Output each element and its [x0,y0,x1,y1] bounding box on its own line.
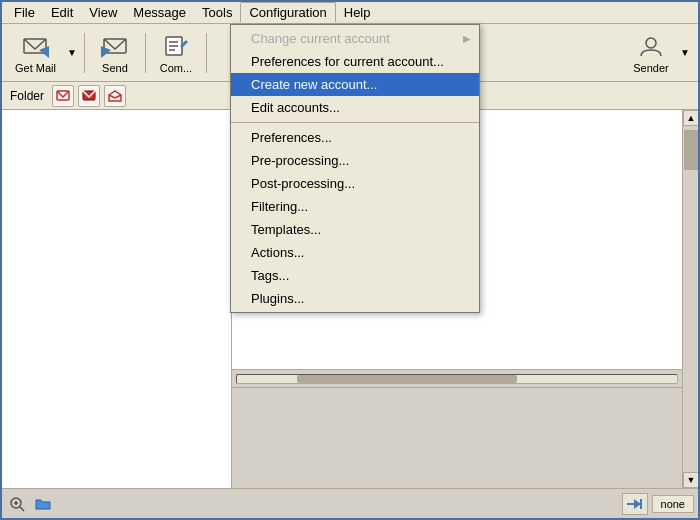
menu-item-preferences[interactable]: Preferences... [231,126,479,149]
toolbar-sep-3 [206,33,207,73]
menu-item-plugins[interactable]: Plugins... [231,287,479,310]
get-mail-button[interactable]: Get Mail [8,28,63,78]
sender-label: Sender [633,62,668,74]
bottom-toolbar: none [2,488,698,518]
menu-item-tags[interactable]: Tags... [231,264,479,287]
folder-tree [2,110,231,488]
vertical-scrollbar[interactable]: ▲ ▼ [682,110,698,488]
none-badge[interactable]: none [652,495,694,513]
envelope-open-button[interactable] [104,85,126,107]
sender-dropdown[interactable]: ▼ [678,28,692,78]
sender-icon [637,32,665,60]
toolbar-sep-2 [145,33,146,73]
get-mail-icon [21,32,49,60]
menu-configuration[interactable]: Configuration [240,2,335,23]
menu-file[interactable]: File [6,3,43,22]
menu-item-templates[interactable]: Templates... [231,218,479,241]
scroll-thumb[interactable] [684,130,698,170]
submenu-arrow-icon: ▶ [463,33,471,44]
svg-line-13 [20,507,24,511]
svg-marker-1 [39,46,49,58]
menu-help[interactable]: Help [336,3,379,22]
menu-item-prefs-current[interactable]: Preferences for current account... [231,50,479,73]
scroll-up-button[interactable]: ▲ [683,110,698,126]
menubar: File Edit View Message Tools Configurati… [2,2,698,24]
svg-point-9 [646,38,656,48]
message-preview [232,388,682,488]
bottom-right-controls: none [622,493,694,515]
scroll-down-button[interactable]: ▼ [683,472,698,488]
menu-edit[interactable]: Edit [43,3,81,22]
send-button[interactable]: Send [90,28,140,78]
main-window: File Edit View Message Tools Configurati… [0,0,700,520]
menu-message[interactable]: Message [125,3,194,22]
menu-item-edit-accounts[interactable]: Edit accounts... [231,96,479,119]
menu-item-filtering[interactable]: Filtering... [231,195,479,218]
configuration-menu[interactable]: Change current account ▶ Preferences for… [230,24,480,313]
svg-marker-3 [101,46,111,58]
menu-tools[interactable]: Tools [194,3,240,22]
menu-item-create-account[interactable]: Create new account... [231,73,479,96]
compose-icon [162,32,190,60]
menu-item-post-processing[interactable]: Post-processing... [231,172,479,195]
envelope-outline-button[interactable] [52,85,74,107]
menu-item-change-account[interactable]: Change current account ▶ [231,27,479,50]
nav-arrow-button[interactable] [622,493,648,515]
menu-item-pre-processing[interactable]: Pre-processing... [231,149,479,172]
folder-icon-button[interactable] [32,493,54,515]
zoom-icon-button[interactable] [6,493,28,515]
left-panel [2,110,232,488]
menu-view[interactable]: View [81,3,125,22]
envelope-solid-button[interactable] [78,85,100,107]
scroll-track[interactable] [683,126,698,472]
send-label: Send [102,62,128,74]
menu-item-actions[interactable]: Actions... [231,241,479,264]
compose-label: Com... [160,62,192,74]
toolbar-sep-1 [84,33,85,73]
compose-button[interactable]: Com... [151,28,201,78]
folder-label: Folder [6,87,48,105]
get-mail-dropdown[interactable]: ▼ [65,28,79,78]
get-mail-label: Get Mail [15,62,56,74]
send-icon [101,32,129,60]
sender-button[interactable]: Sender [626,28,676,78]
menu-separator-1 [231,122,479,123]
